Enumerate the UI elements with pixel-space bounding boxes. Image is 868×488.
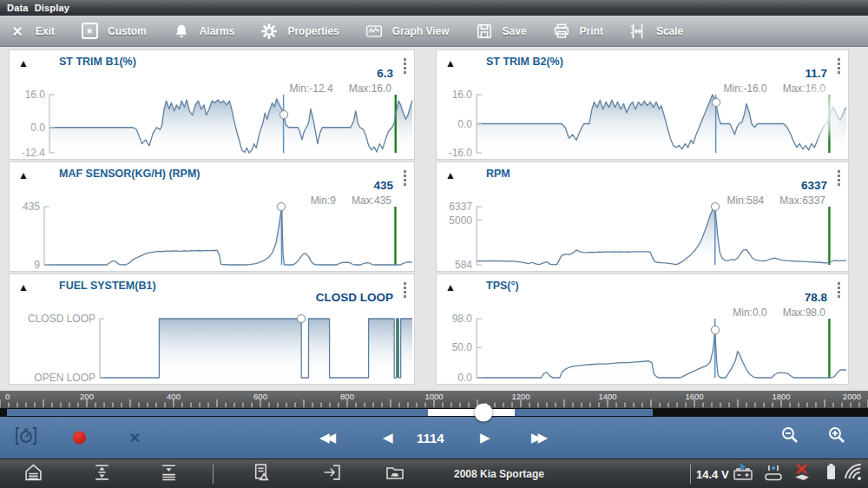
- collapse-arrow-icon[interactable]: ▲: [18, 281, 29, 293]
- kebab-menu-icon[interactable]: [838, 170, 840, 186]
- collapse-rows-icon[interactable]: [159, 462, 179, 485]
- kebab-menu-icon[interactable]: [838, 282, 840, 298]
- slider-filled-track: [7, 409, 653, 416]
- device-error-icon[interactable]: [792, 462, 813, 486]
- playback-bar: × ◀◀ ◀ 1114 ▶ ▶▶: [0, 417, 868, 458]
- scale-button[interactable]: Scale: [629, 23, 683, 40]
- cursor-marker: [297, 314, 306, 323]
- chart-title: MAF SENSOR(KG/H) (RPM): [59, 168, 201, 180]
- vehicle-name: 2008 Kia Sportage: [454, 468, 544, 480]
- chart-min-label: Min:0.0: [733, 307, 766, 319]
- chart-plot-area[interactable]: 63375000584: [477, 207, 846, 265]
- save-button[interactable]: Save: [476, 23, 527, 40]
- step-forward-icon[interactable]: ▶: [480, 430, 490, 445]
- chart-max-label: Max:16.0: [349, 82, 391, 95]
- frame-number: 1114: [417, 431, 444, 445]
- chart-current-value: 11.7: [805, 67, 827, 80]
- wifi-icon[interactable]: [844, 462, 866, 486]
- zoom-in-icon[interactable]: [826, 425, 847, 450]
- step-back-icon[interactable]: ◀: [383, 430, 393, 445]
- battery-voltage: 14.4 V: [696, 467, 729, 480]
- cursor-marker: [279, 110, 288, 119]
- chart-max-label: Max:6337: [779, 195, 825, 207]
- chart-panel-fuel-system: ▲ FUEL SYSTEM(B1) CLOSD LOOP CLOSD LOOPO…: [9, 274, 415, 385]
- expand-rows-icon[interactable]: [92, 462, 112, 485]
- chart-max-label: Max:16.0: [783, 82, 825, 95]
- rewind-icon[interactable]: ◀◀: [319, 430, 336, 445]
- y-axis-tick-label: CLOSD LOOP: [28, 313, 95, 325]
- exit-button[interactable]: × Exit: [9, 23, 55, 40]
- menu-item-display[interactable]: Display: [35, 3, 70, 13]
- collapse-arrow-icon[interactable]: ▲: [18, 169, 29, 181]
- slider-thumb[interactable]: [475, 404, 493, 422]
- printer-icon: [553, 23, 570, 40]
- cursor-marker: [712, 98, 720, 107]
- y-axis-labels: 16.00.0-16.0: [391, 95, 477, 153]
- chart-plot-area[interactable]: 98.050.00.0: [477, 319, 846, 378]
- stop-x-icon[interactable]: ×: [129, 427, 140, 448]
- report-icon[interactable]: [252, 462, 272, 485]
- y-axis-tick-label: OPEN LOOP: [34, 372, 95, 384]
- chart-plot-area[interactable]: 16.00.0-12.4: [49, 95, 412, 153]
- timeline-ruler[interactable]: 0200400600800100012001400160018002000: [0, 391, 868, 408]
- chart-title: RPM: [486, 168, 510, 180]
- collapse-arrow-icon[interactable]: ▲: [445, 169, 456, 181]
- kebab-menu-icon[interactable]: [838, 58, 840, 74]
- fast-forward-icon[interactable]: ▶▶: [531, 430, 548, 445]
- alarms-button[interactable]: Alarms: [173, 23, 235, 40]
- collapse-arrow-icon[interactable]: ▲: [18, 57, 29, 69]
- y-axis-labels: 16.00.0-12.4: [0, 95, 49, 153]
- close-icon: ×: [9, 23, 26, 40]
- waveform: [44, 207, 412, 265]
- timeline-scrollbar[interactable]: [0, 408, 868, 417]
- main-toolbar: × Exit ★ Custom Alarms Properties Graph …: [0, 16, 868, 47]
- kebab-menu-icon[interactable]: [404, 170, 406, 186]
- chart-minmax: Min:9Max:435: [311, 195, 391, 207]
- waveform: [477, 319, 846, 378]
- print-button[interactable]: Print: [553, 23, 603, 40]
- y-axis-labels: 98.050.00.0: [391, 319, 477, 378]
- custom-button[interactable]: ★ Custom: [81, 23, 147, 40]
- graph-view-button[interactable]: Graph View: [365, 23, 450, 40]
- chart-min-label: Min:-12.4: [290, 82, 333, 95]
- vehicle-folder-icon[interactable]: [385, 462, 405, 485]
- y-axis-labels: CLOSD LOOPOPEN LOOP: [15, 319, 100, 378]
- collapse-arrow-icon[interactable]: ▲: [445, 281, 456, 293]
- properties-button[interactable]: Properties: [260, 23, 339, 40]
- chart-current-value: 78.8: [805, 291, 827, 304]
- window-title-bar: Data Display: [0, 0, 868, 16]
- collapse-arrow-icon[interactable]: ▲: [445, 57, 456, 69]
- y-axis-tick-label: 9: [34, 259, 40, 271]
- chart-max-label: Max:435: [352, 195, 391, 207]
- gear-icon: [260, 23, 278, 40]
- chart-plot-area[interactable]: 16.00.0-16.0: [477, 95, 846, 153]
- bell-icon: [173, 23, 190, 40]
- ruler-ticks: [0, 399, 868, 407]
- y-axis-tick-label: 16.0: [25, 89, 45, 101]
- chart-plot-area[interactable]: CLOSD LOOPOPEN LOOP: [100, 319, 412, 378]
- record-camera-icon[interactable]: [14, 425, 38, 450]
- record-dot-icon[interactable]: [73, 432, 86, 445]
- chart-title: TPS(°): [486, 280, 519, 292]
- chart-current-value: 6.3: [377, 67, 393, 80]
- tablet-battery-icon[interactable]: [821, 462, 840, 486]
- chart-plot-area[interactable]: 4359: [44, 207, 412, 265]
- menu-item-data[interactable]: Data: [7, 3, 29, 13]
- cursor-marker: [277, 202, 286, 211]
- cursor-marker: [711, 202, 720, 211]
- chart-panel-rpm: ▲ RPM 6337 Min:584Max:6337 63375000584: [436, 162, 849, 272]
- chart-current-value: 435: [373, 179, 393, 192]
- waveform: [477, 95, 846, 153]
- y-axis-labels: 63375000584: [391, 207, 477, 265]
- vci-signal-icon[interactable]: [762, 462, 785, 486]
- kebab-menu-icon[interactable]: [404, 282, 406, 298]
- sign-in-icon[interactable]: [322, 462, 342, 485]
- chart-min-label: Min:584: [727, 195, 765, 207]
- zoom-out-icon[interactable]: [779, 425, 800, 450]
- car-battery-icon[interactable]: [732, 462, 754, 486]
- chart-title: ST TRIM B1(%): [59, 56, 136, 68]
- kebab-menu-icon[interactable]: [404, 58, 406, 74]
- y-axis-tick-label: 435: [23, 201, 40, 213]
- home-icon[interactable]: [23, 462, 43, 485]
- statusbar-divider: [213, 465, 214, 484]
